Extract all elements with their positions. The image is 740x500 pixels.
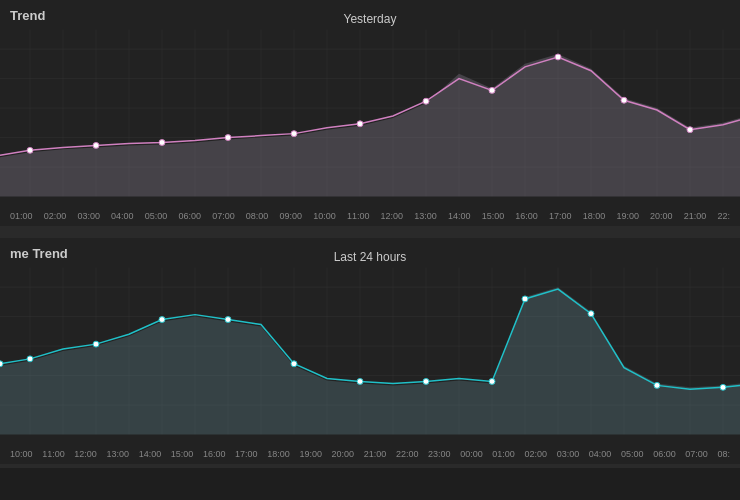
panel2-chart	[0, 238, 740, 464]
x-label: 17:00	[235, 449, 258, 459]
svg-point-33	[423, 98, 429, 104]
x-label: 05:00	[145, 211, 168, 221]
svg-point-69	[225, 317, 231, 323]
svg-point-71	[357, 379, 363, 385]
x-label: 08:	[717, 449, 730, 459]
svg-point-32	[357, 121, 363, 127]
x-label: 16:00	[203, 449, 226, 459]
x-label: 11:00	[347, 211, 370, 221]
svg-point-66	[27, 356, 33, 362]
x-label: 01:00	[10, 211, 33, 221]
svg-point-31	[291, 131, 297, 137]
svg-point-74	[522, 296, 528, 302]
x-label: 20:00	[332, 449, 355, 459]
svg-point-77	[720, 384, 726, 390]
svg-point-65	[0, 361, 3, 367]
x-label: 17:00	[549, 211, 572, 221]
svg-point-37	[687, 127, 693, 133]
x-label: 21:00	[684, 211, 707, 221]
x-label: 08:00	[246, 211, 269, 221]
x-label: 12:00	[74, 449, 97, 459]
x-label: 15:00	[171, 449, 194, 459]
x-label: 22:00	[396, 449, 419, 459]
svg-point-72	[423, 379, 429, 385]
panel2-chart-title: Last 24 hours	[334, 250, 407, 264]
x-label: 09:00	[280, 211, 303, 221]
x-label: 10:00	[10, 449, 33, 459]
x-label: 04:00	[589, 449, 612, 459]
x-label: 07:00	[212, 211, 235, 221]
x-label: 19:00	[299, 449, 322, 459]
x-label: 13:00	[414, 211, 437, 221]
x-label: 10:00	[313, 211, 336, 221]
x-label: 16:00	[515, 211, 538, 221]
svg-point-35	[555, 54, 561, 60]
x-label: 18:00	[583, 211, 606, 221]
svg-point-76	[654, 382, 660, 388]
x-label: 21:00	[364, 449, 387, 459]
x-label: 22:	[717, 211, 730, 221]
x-label: 13:00	[106, 449, 129, 459]
x-label: 00:00	[460, 449, 483, 459]
svg-point-68	[159, 317, 165, 323]
panel-yesterday: Trend Yesterday	[0, 0, 740, 230]
panel-divider	[0, 230, 740, 238]
x-label: 14:00	[139, 449, 162, 459]
panel2-title: me Trend	[10, 246, 68, 261]
x-label: 03:00	[77, 211, 100, 221]
panel2-x-labels: 10:00 11:00 12:00 13:00 14:00 15:00 16:0…	[0, 449, 740, 459]
panel1-chart-title: Yesterday	[344, 12, 397, 26]
svg-point-30	[225, 135, 231, 141]
x-label: 20:00	[650, 211, 673, 221]
x-label: 19:00	[616, 211, 639, 221]
x-label: 11:00	[42, 449, 65, 459]
panel1-x-labels: 01:00 02:00 03:00 04:00 05:00 06:00 07:0…	[0, 211, 740, 221]
svg-point-67	[93, 341, 99, 347]
x-label: 15:00	[482, 211, 505, 221]
svg-point-27	[27, 147, 33, 153]
x-label: 14:00	[448, 211, 471, 221]
x-label: 02:00	[525, 449, 548, 459]
x-label: 23:00	[428, 449, 451, 459]
x-label: 05:00	[621, 449, 644, 459]
svg-point-36	[621, 97, 627, 103]
x-label: 01:00	[492, 449, 515, 459]
panel-last24: me Trend Last 24 hours	[0, 238, 740, 468]
x-label: 06:00	[178, 211, 201, 221]
panel1-title: Trend	[10, 8, 45, 23]
svg-point-75	[588, 311, 594, 317]
svg-point-34	[489, 87, 495, 93]
x-label: 07:00	[685, 449, 708, 459]
x-label: 18:00	[267, 449, 290, 459]
panel1-chart	[0, 0, 740, 226]
svg-point-29	[159, 140, 165, 146]
svg-point-70	[291, 361, 297, 367]
svg-point-73	[489, 379, 495, 385]
svg-point-28	[93, 142, 99, 148]
x-label: 02:00	[44, 211, 67, 221]
x-label: 04:00	[111, 211, 134, 221]
x-label: 03:00	[557, 449, 580, 459]
x-label: 12:00	[381, 211, 404, 221]
x-label: 06:00	[653, 449, 676, 459]
